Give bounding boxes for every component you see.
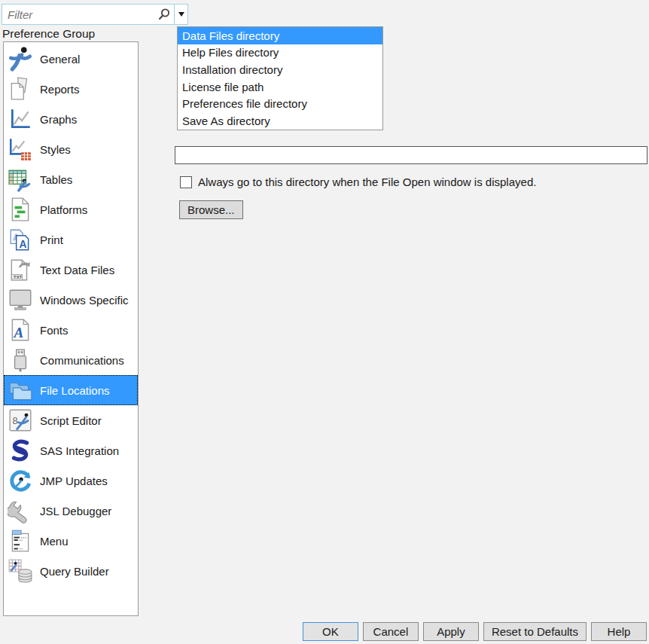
location-item-save-as-directory[interactable]: Save As directory xyxy=(178,112,382,130)
jmp-logo-icon xyxy=(8,46,33,72)
sidebar-item-tables[interactable]: Tables xyxy=(4,164,138,194)
location-list: Data Files directoryHelp Files directory… xyxy=(177,26,383,130)
sidebar-item-fonts[interactable]: Fonts xyxy=(4,315,138,345)
print-icon xyxy=(8,227,33,252)
cancel-button[interactable]: Cancel xyxy=(363,622,419,641)
graphs-icon xyxy=(8,106,33,132)
jmp-updates-icon xyxy=(8,468,33,493)
fonts-icon xyxy=(8,317,33,343)
location-item-data-files-directory[interactable]: Data Files directory xyxy=(178,27,382,44)
sidebar-item-graphs[interactable]: Graphs xyxy=(4,104,138,134)
preference-group-label: Preference Group xyxy=(2,27,95,41)
sidebar-item-styles[interactable]: Styles xyxy=(4,134,138,164)
preference-group-list: General Reports Graphs Styles Tables Pla… xyxy=(3,41,139,616)
styles-icon xyxy=(8,136,33,162)
sidebar-item-file-locations[interactable]: File Locations xyxy=(4,375,138,405)
preferences-dialog: Preference Group General Reports Graphs … xyxy=(0,0,649,644)
filter-input[interactable] xyxy=(2,5,154,24)
communications-icon xyxy=(8,347,33,373)
help-button[interactable]: Help xyxy=(591,622,647,641)
sidebar-item-text-data-files[interactable]: Text Data Files xyxy=(4,255,138,285)
sas-integration-icon xyxy=(8,438,33,463)
directory-path-input[interactable] xyxy=(175,146,647,164)
text-data-files-icon xyxy=(8,257,33,282)
filter-dropdown-button[interactable] xyxy=(174,5,187,24)
ok-button[interactable]: OK xyxy=(303,622,358,641)
platforms-icon xyxy=(8,197,33,222)
menu-icon xyxy=(8,528,33,554)
location-item-license-file-path[interactable]: License file path xyxy=(178,78,382,96)
sidebar-item-query-builder[interactable]: Query Builder xyxy=(4,556,138,586)
jsl-debugger-icon xyxy=(8,498,33,523)
location-item-installation-directory[interactable]: Installation directory xyxy=(178,61,382,78)
location-item-preferences-file-directory[interactable]: Preferences file directory xyxy=(178,96,382,113)
sidebar-item-script-editor[interactable]: Script Editor xyxy=(4,405,138,435)
always-go-checkbox-row: Always go to this directory when the Fil… xyxy=(180,175,536,188)
sidebar-item-reports[interactable]: Reports xyxy=(4,74,138,104)
sidebar-item-menu[interactable]: Menu xyxy=(4,526,138,556)
file-locations-icon xyxy=(8,377,33,403)
sidebar-item-print[interactable]: Print xyxy=(4,224,138,255)
sidebar-item-communications[interactable]: Communications xyxy=(4,345,138,375)
sidebar-item-sas-integration[interactable]: SAS Integration xyxy=(4,435,138,465)
tables-icon xyxy=(8,166,33,192)
reset-to-defaults-button[interactable]: Reset to Defaults xyxy=(483,622,587,641)
sidebar-item-windows-specific[interactable]: Windows Specific xyxy=(4,285,138,315)
sidebar-item-platforms[interactable]: Platforms xyxy=(4,194,138,224)
always-go-checkbox[interactable] xyxy=(180,176,192,188)
reports-icon xyxy=(8,76,33,102)
query-builder-icon xyxy=(8,558,33,584)
windows-specific-icon xyxy=(8,287,33,313)
location-item-help-files-directory[interactable]: Help Files directory xyxy=(178,44,382,62)
sidebar-item-jsl-debugger[interactable]: JSL Debugger xyxy=(4,496,138,526)
sidebar-item-general[interactable]: General xyxy=(4,44,138,74)
script-editor-icon xyxy=(8,407,33,433)
search-icon[interactable] xyxy=(154,5,174,24)
browse-button[interactable]: Browse... xyxy=(179,200,243,219)
sidebar-item-jmp-updates[interactable]: JMP Updates xyxy=(4,465,138,496)
chevron-down-icon xyxy=(178,12,184,17)
apply-button[interactable]: Apply xyxy=(423,622,479,641)
always-go-checkbox-label: Always go to this directory when the Fil… xyxy=(198,175,536,188)
filter-combo xyxy=(2,4,188,25)
footer-buttons: OKCancelApplyReset to DefaultsHelp xyxy=(303,622,647,641)
